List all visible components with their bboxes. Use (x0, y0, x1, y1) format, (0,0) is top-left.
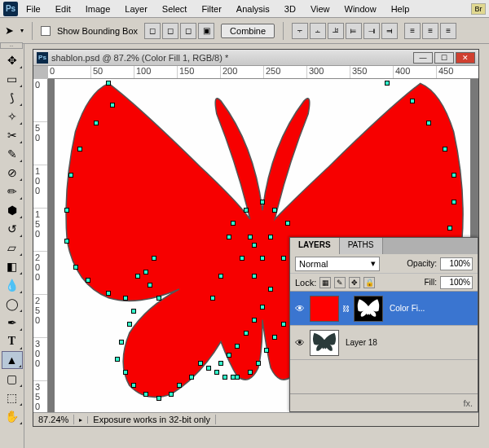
menu-analysis[interactable]: Analysis (230, 2, 276, 16)
anchor-point[interactable] (452, 173, 456, 178)
hand-tool[interactable]: ✋ (2, 407, 23, 425)
anchor-point[interactable] (156, 296, 161, 301)
anchor-point[interactable] (252, 243, 257, 248)
type-tool[interactable]: T (2, 332, 23, 350)
path-subtract-button[interactable]: ◻ (162, 23, 178, 39)
combine-button[interactable]: Combine (221, 24, 275, 38)
anchor-point[interactable] (447, 226, 452, 231)
anchor-point[interactable] (272, 335, 277, 340)
anchor-point[interactable] (268, 287, 273, 292)
close-button[interactable]: ✕ (456, 52, 475, 64)
lasso-tool[interactable]: ⟆ (2, 89, 23, 107)
anchor-point[interactable] (123, 370, 128, 375)
anchor-point[interactable] (156, 396, 161, 401)
anchor-point[interactable] (143, 270, 148, 275)
anchor-point[interactable] (244, 331, 249, 336)
anchor-point[interactable] (127, 322, 132, 327)
menu-window[interactable]: Window (338, 2, 383, 16)
blur-tool[interactable]: 💧 (2, 276, 23, 294)
path-exclude-button[interactable]: ▣ (198, 23, 214, 39)
opacity-input[interactable]: 100% (440, 257, 473, 270)
move-tool[interactable]: ✥ (2, 51, 23, 69)
anchor-point[interactable] (152, 256, 156, 261)
anchor-point[interactable] (77, 147, 82, 152)
anchor-point[interactable] (86, 278, 90, 283)
anchor-point[interactable] (135, 274, 140, 279)
dist-1-button[interactable]: ≡ (404, 23, 421, 39)
history-brush-tool[interactable]: ↺ (2, 220, 23, 238)
anchor-point[interactable] (385, 81, 390, 86)
anchor-point[interactable] (244, 208, 249, 213)
align-hcenter-button[interactable]: ⫣ (363, 23, 380, 39)
layer-thumbnail[interactable] (310, 296, 339, 322)
menu-help[interactable]: Help (385, 2, 416, 16)
show-bounding-box-checkbox[interactable] (41, 26, 51, 36)
anchor-point[interactable] (106, 291, 111, 296)
align-right-button[interactable]: ⫤ (381, 23, 398, 39)
anchor-point[interactable] (235, 375, 240, 380)
menu-file[interactable]: File (20, 2, 47, 16)
menu-view[interactable]: View (304, 2, 337, 16)
align-bottom-button[interactable]: ⫡ (328, 23, 344, 39)
anchor-point[interactable] (131, 309, 136, 314)
brush-tool[interactable]: ✏ (2, 182, 23, 200)
dodge-tool[interactable]: ◯ (2, 295, 23, 313)
dist-2-button[interactable]: ≡ (422, 23, 438, 39)
anchor-point[interactable] (260, 305, 265, 310)
anchor-point[interactable] (64, 208, 69, 213)
anchor-point[interactable] (268, 235, 273, 239)
path-intersect-button[interactable]: ◻ (180, 23, 196, 39)
anchor-point[interactable] (123, 296, 128, 301)
minimize-button[interactable]: — (413, 52, 433, 64)
anchor-point[interactable] (410, 99, 415, 103)
anchor-point[interactable] (426, 121, 431, 125)
anchor-point[interactable] (248, 370, 253, 375)
layer-row[interactable]: 👁 Layer 18 (290, 326, 478, 360)
layer-row[interactable]: 👁 ⛓ Color Fi... (290, 292, 478, 326)
document-titlebar[interactable]: Ps shablon.psd @ 87.2% (Color Fill 1, RG… (33, 50, 478, 66)
anchor-point[interactable] (214, 370, 219, 375)
anchor-point[interactable] (198, 361, 203, 366)
fill-input[interactable]: 100% (440, 276, 473, 289)
lock-position-button[interactable]: ✥ (349, 277, 360, 288)
anchor-point[interactable] (210, 296, 215, 301)
anchor-point[interactable] (281, 322, 286, 327)
anchor-point[interactable] (143, 392, 148, 397)
anchor-point[interactable] (248, 235, 253, 239)
eraser-tool[interactable]: ▱ (2, 239, 23, 257)
anchor-point[interactable] (240, 256, 244, 261)
marquee-tool[interactable]: ▭ (2, 70, 23, 88)
wand-tool[interactable]: ✧ (2, 108, 23, 125)
lock-transparency-button[interactable]: ▦ (319, 277, 331, 288)
shape-tool[interactable]: ▢ (2, 370, 23, 388)
anchor-point[interactable] (148, 283, 152, 288)
palette-handle[interactable]: ·· (0, 42, 23, 49)
dropdown-icon[interactable]: ▾ (20, 27, 24, 34)
anchor-point[interactable] (73, 265, 78, 270)
anchor-point[interactable] (106, 81, 111, 86)
anchor-point[interactable] (231, 221, 236, 226)
anchor-point[interactable] (177, 383, 182, 388)
path-add-button[interactable]: ◻ (144, 23, 161, 39)
menu-image[interactable]: Image (79, 2, 117, 16)
anchor-point[interactable] (218, 274, 223, 279)
anchor-point[interactable] (115, 357, 120, 362)
menu-select[interactable]: Select (156, 2, 194, 16)
healing-tool[interactable]: ⊘ (2, 164, 23, 182)
lock-pixels-button[interactable]: ✎ (334, 277, 346, 288)
align-top-button[interactable]: ⫟ (292, 23, 308, 39)
anchor-point[interactable] (260, 200, 265, 204)
anchor-point[interactable] (64, 239, 69, 244)
layer-name[interactable]: Color Fi... (386, 304, 425, 313)
zoom-readout[interactable]: 87.24% (33, 415, 74, 424)
fx-button[interactable]: fx. (463, 398, 473, 408)
anchor-point[interactable] (264, 348, 269, 353)
status-dropdown-icon[interactable]: ▸ (74, 416, 88, 424)
lock-all-button[interactable]: 🔒 (363, 277, 375, 288)
visibility-toggle[interactable]: 👁 (293, 303, 306, 314)
anchor-point[interactable] (227, 235, 231, 239)
anchor-point[interactable] (68, 173, 73, 178)
menu-3d[interactable]: 3D (278, 2, 302, 16)
anchor-point[interactable] (285, 221, 290, 226)
anchor-point[interactable] (119, 340, 124, 345)
